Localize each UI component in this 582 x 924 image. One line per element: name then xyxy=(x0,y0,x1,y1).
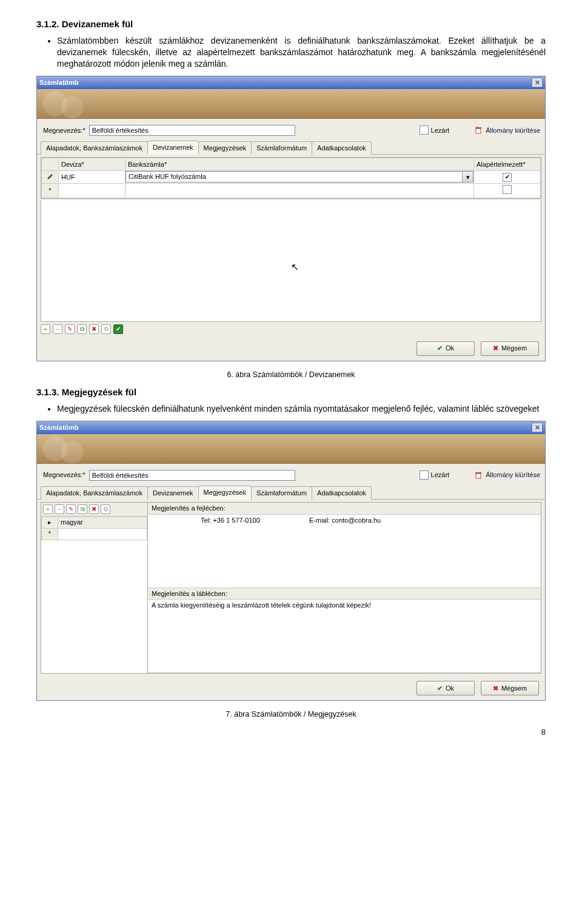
figure-caption-6: 6. ábra Számlatömbök / Devizanemek xyxy=(36,370,546,380)
dialog-button-bar: ✔Ok ✖Mégsem xyxy=(37,676,545,700)
deviza-grid: Deviza* Bankszámla* Alapértelmezett* HUF… xyxy=(41,157,541,199)
default-checkbox-checked[interactable]: ✔ xyxy=(503,173,512,182)
heading-312: 3.1.2. Devizanemek fül xyxy=(36,18,546,30)
add-row-icon[interactable]: ＋ xyxy=(43,504,53,514)
row-indicator-edit xyxy=(42,170,59,183)
screenshot-megjegyzesek: Számlatömb ✕ Megnevezés:* Lezárt Állomán… xyxy=(36,421,546,701)
footer-text: A számla kiegyenlítéséig a leszámlázott … xyxy=(152,601,371,609)
grid-toolbar: ＋ － ✎ ⧉ ✖ ⚙ ✔ xyxy=(37,322,545,336)
col-alapertelmezett[interactable]: Alapértelmezett* xyxy=(474,158,541,170)
window-title: Számlatömb xyxy=(39,78,79,87)
lezart-checkbox[interactable] xyxy=(420,470,429,480)
lezart-label: Lezárt xyxy=(431,470,450,480)
remove-icon[interactable]: ✖ xyxy=(89,504,99,514)
tab-alapadatok[interactable]: Alapadatok, Bankszámlaszámok xyxy=(41,486,148,500)
row-indicator-new: * xyxy=(42,183,59,198)
cancel-button[interactable]: ✖Mégsem xyxy=(481,341,539,356)
window-title: Számlatömb xyxy=(39,423,79,432)
check-icon: ✔ xyxy=(437,344,443,353)
header-form-row: Megnevezés:* Lezárt Állomány kiürítése xyxy=(37,464,545,486)
cell-deviza[interactable]: HUF xyxy=(59,170,125,183)
cross-icon: ✖ xyxy=(493,344,498,353)
default-checkbox-empty[interactable] xyxy=(503,185,512,194)
copy-row-icon[interactable]: ⧉ xyxy=(77,324,87,334)
copy-row-icon[interactable]: ⧉ xyxy=(78,504,87,514)
cell-alapertelmezett[interactable]: ✔ xyxy=(474,170,541,183)
megnevezes-input[interactable] xyxy=(89,470,295,481)
megjegyzesek-split: ＋ － ✎ ⧉ ✖ ⚙ ▸ magyar * Megjelenítés a xyxy=(41,502,541,674)
header-label: Megjelenítés a fejlécben: xyxy=(148,503,541,515)
window-banner xyxy=(37,434,545,464)
megnevezes-input[interactable] xyxy=(89,125,295,136)
confirm-icon[interactable]: ✔ xyxy=(113,324,123,334)
allomany-kiuritese-link[interactable]: Állomány kiürítése xyxy=(473,470,540,480)
heading-313: 3.1.3. Megjegyzések fül xyxy=(36,386,546,398)
lezart-label: Lezárt xyxy=(431,126,450,135)
header-form-row: Megnevezés:* Lezárt Állomány kiürítése xyxy=(37,119,545,141)
allomany-kiuritese-link[interactable]: Állomány kiürítése xyxy=(473,126,540,135)
edit-row-icon[interactable]: ✎ xyxy=(65,324,75,334)
col-deviza[interactable]: Deviza* xyxy=(59,158,125,170)
cursor-icon: ↖ xyxy=(291,261,299,274)
ok-button[interactable]: ✔Ok xyxy=(416,341,475,356)
delete-row-icon[interactable]: － xyxy=(55,504,64,514)
edit-row-icon[interactable]: ✎ xyxy=(66,504,76,514)
paragraph-313: Megjegyzések fülecskén definiálhatunk ny… xyxy=(57,403,546,415)
footer-textarea[interactable]: A számla kiegyenlítéséig a leszámlázott … xyxy=(148,600,541,673)
language-list: ▸ magyar * xyxy=(41,517,147,540)
header-email: E-mail: conto@cobra.hu xyxy=(309,516,537,525)
svg-rect-1 xyxy=(475,127,481,129)
notes-panel: Megjelenítés a fejlécben: Tel: +36 1 577… xyxy=(148,503,541,674)
footer-label: Megjelenítés a láblécben: xyxy=(148,588,541,600)
page-number: 8 xyxy=(36,727,546,738)
tab-alapadatok[interactable]: Alapadatok, Bankszámlaszámok xyxy=(41,141,148,155)
header-textarea[interactable]: Tel: +36 1 577-0100 E-mail: conto@cobra.… xyxy=(148,515,541,588)
ok-button[interactable]: ✔Ok xyxy=(416,681,475,695)
tab-adatkapcsolatok[interactable]: Adatkapcsolatok xyxy=(312,486,372,500)
paragraph-312: Számlatömbben készült számlákhoz devizan… xyxy=(57,35,546,70)
dialog-button-bar: ✔Ok ✖Mégsem xyxy=(37,336,545,361)
language-panel-fill xyxy=(41,540,147,674)
svg-rect-4 xyxy=(475,472,481,474)
language-cell[interactable]: magyar xyxy=(58,517,147,528)
svg-rect-0 xyxy=(476,129,481,133)
language-toolbar: ＋ － ✎ ⧉ ✖ ⚙ xyxy=(41,503,147,517)
language-panel: ＋ － ✎ ⧉ ✖ ⚙ ▸ magyar * xyxy=(41,503,148,674)
tab-adatkapcsolatok[interactable]: Adatkapcsolatok xyxy=(312,141,372,155)
check-icon: ✔ xyxy=(437,684,443,693)
remove-icon[interactable]: ✖ xyxy=(89,324,99,334)
tab-szamlaformatum[interactable]: Számlaformátum xyxy=(251,486,312,500)
bullet-list-312: Számlatömbben készült számlákhoz devizan… xyxy=(36,35,546,70)
settings-icon[interactable]: ⚙ xyxy=(101,504,110,514)
trash-icon xyxy=(473,470,483,480)
window-banner xyxy=(37,89,545,119)
tab-devizanemek[interactable]: Devizanemek xyxy=(147,486,199,500)
grid-row-new[interactable]: * xyxy=(42,183,541,198)
trash-icon xyxy=(473,126,483,135)
tabstrip: Alapadatok, Bankszámlaszámok Devizanemek… xyxy=(37,141,545,155)
add-row-icon[interactable]: ＋ xyxy=(41,324,50,334)
language-row-new[interactable]: * xyxy=(42,528,147,540)
close-icon[interactable]: ✕ xyxy=(532,423,543,432)
megnevezes-label: Megnevezés:* xyxy=(43,126,85,135)
tab-szamlaformatum[interactable]: Számlaformátum xyxy=(251,141,312,155)
language-row-selected[interactable]: ▸ magyar xyxy=(42,517,147,528)
cross-icon: ✖ xyxy=(493,684,498,693)
window-titlebar: Számlatömb ✕ xyxy=(37,421,545,434)
tab-megjegyzesek[interactable]: Megjegyzések xyxy=(198,486,252,500)
delete-row-icon[interactable]: － xyxy=(53,324,62,334)
settings-icon[interactable]: ⚙ xyxy=(101,324,111,334)
chevron-down-icon[interactable]: ▾ xyxy=(462,172,473,182)
grid-row-1[interactable]: HUF CitiBank HUF folyószámla ▾ ✔ xyxy=(42,170,541,183)
svg-line-2 xyxy=(477,126,478,127)
lezart-checkbox[interactable] xyxy=(420,126,429,135)
tab-devizanemek[interactable]: Devizanemek xyxy=(147,141,199,155)
cell-bankszamla[interactable]: CitiBank HUF folyószámla ▾ xyxy=(125,170,474,183)
header-tel: Tel: +36 1 577-0100 xyxy=(152,516,309,525)
grid-header-row: Deviza* Bankszámla* Alapértelmezett* xyxy=(42,158,541,170)
cancel-button[interactable]: ✖Mégsem xyxy=(481,681,539,695)
close-icon[interactable]: ✕ xyxy=(532,78,543,87)
col-bankszamla[interactable]: Bankszámla* xyxy=(125,158,474,170)
tab-megjegyzesek[interactable]: Megjegyzések xyxy=(198,141,252,155)
row-indicator-new: * xyxy=(42,528,58,540)
